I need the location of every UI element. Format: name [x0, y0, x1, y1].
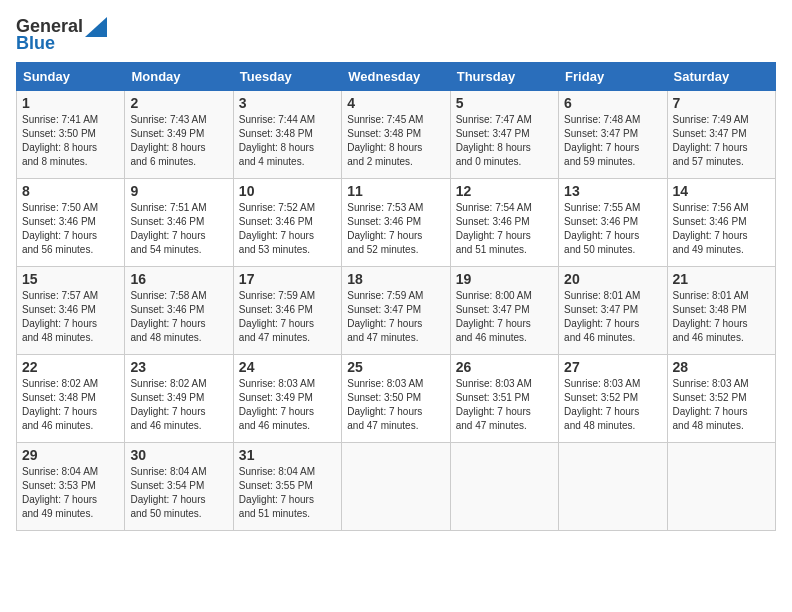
day-number: 16: [130, 271, 227, 287]
day-info: Sunrise: 8:04 AM Sunset: 3:55 PM Dayligh…: [239, 465, 336, 521]
day-number: 28: [673, 359, 770, 375]
day-info: Sunrise: 7:59 AM Sunset: 3:47 PM Dayligh…: [347, 289, 444, 345]
day-number: 2: [130, 95, 227, 111]
day-number: 7: [673, 95, 770, 111]
day-number: 3: [239, 95, 336, 111]
day-number: 29: [22, 447, 119, 463]
day-info: Sunrise: 7:54 AM Sunset: 3:46 PM Dayligh…: [456, 201, 553, 257]
day-info: Sunrise: 8:04 AM Sunset: 3:54 PM Dayligh…: [130, 465, 227, 521]
calendar-cell: 27Sunrise: 8:03 AM Sunset: 3:52 PM Dayli…: [559, 355, 667, 443]
day-header-saturday: Saturday: [667, 63, 775, 91]
calendar-cell: [342, 443, 450, 531]
day-number: 12: [456, 183, 553, 199]
day-info: Sunrise: 7:51 AM Sunset: 3:46 PM Dayligh…: [130, 201, 227, 257]
day-info: Sunrise: 8:01 AM Sunset: 3:47 PM Dayligh…: [564, 289, 661, 345]
day-info: Sunrise: 7:48 AM Sunset: 3:47 PM Dayligh…: [564, 113, 661, 169]
day-info: Sunrise: 7:47 AM Sunset: 3:47 PM Dayligh…: [456, 113, 553, 169]
calendar-cell: 3Sunrise: 7:44 AM Sunset: 3:48 PM Daylig…: [233, 91, 341, 179]
day-number: 20: [564, 271, 661, 287]
day-info: Sunrise: 7:57 AM Sunset: 3:46 PM Dayligh…: [22, 289, 119, 345]
day-info: Sunrise: 7:43 AM Sunset: 3:49 PM Dayligh…: [130, 113, 227, 169]
day-info: Sunrise: 7:53 AM Sunset: 3:46 PM Dayligh…: [347, 201, 444, 257]
calendar-cell: 17Sunrise: 7:59 AM Sunset: 3:46 PM Dayli…: [233, 267, 341, 355]
calendar-cell: 4Sunrise: 7:45 AM Sunset: 3:48 PM Daylig…: [342, 91, 450, 179]
calendar-cell: 1Sunrise: 7:41 AM Sunset: 3:50 PM Daylig…: [17, 91, 125, 179]
day-number: 14: [673, 183, 770, 199]
calendar-cell: 23Sunrise: 8:02 AM Sunset: 3:49 PM Dayli…: [125, 355, 233, 443]
calendar-cell: 19Sunrise: 8:00 AM Sunset: 3:47 PM Dayli…: [450, 267, 558, 355]
calendar-cell: 24Sunrise: 8:03 AM Sunset: 3:49 PM Dayli…: [233, 355, 341, 443]
calendar-cell: 30Sunrise: 8:04 AM Sunset: 3:54 PM Dayli…: [125, 443, 233, 531]
day-header-sunday: Sunday: [17, 63, 125, 91]
day-number: 6: [564, 95, 661, 111]
day-info: Sunrise: 8:04 AM Sunset: 3:53 PM Dayligh…: [22, 465, 119, 521]
logo: General Blue: [16, 16, 107, 54]
calendar-cell: 26Sunrise: 8:03 AM Sunset: 3:51 PM Dayli…: [450, 355, 558, 443]
day-info: Sunrise: 8:03 AM Sunset: 3:51 PM Dayligh…: [456, 377, 553, 433]
calendar-cell: 9Sunrise: 7:51 AM Sunset: 3:46 PM Daylig…: [125, 179, 233, 267]
calendar-cell: 7Sunrise: 7:49 AM Sunset: 3:47 PM Daylig…: [667, 91, 775, 179]
day-number: 19: [456, 271, 553, 287]
day-number: 8: [22, 183, 119, 199]
day-number: 30: [130, 447, 227, 463]
day-number: 21: [673, 271, 770, 287]
day-info: Sunrise: 7:56 AM Sunset: 3:46 PM Dayligh…: [673, 201, 770, 257]
day-number: 1: [22, 95, 119, 111]
day-header-friday: Friday: [559, 63, 667, 91]
calendar-cell: 22Sunrise: 8:02 AM Sunset: 3:48 PM Dayli…: [17, 355, 125, 443]
svg-marker-0: [85, 17, 107, 37]
day-number: 18: [347, 271, 444, 287]
day-info: Sunrise: 8:01 AM Sunset: 3:48 PM Dayligh…: [673, 289, 770, 345]
logo-bird-icon: [85, 17, 107, 37]
day-info: Sunrise: 8:02 AM Sunset: 3:49 PM Dayligh…: [130, 377, 227, 433]
day-number: 4: [347, 95, 444, 111]
day-info: Sunrise: 8:03 AM Sunset: 3:50 PM Dayligh…: [347, 377, 444, 433]
day-header-monday: Monday: [125, 63, 233, 91]
day-number: 31: [239, 447, 336, 463]
week-row-2: 8Sunrise: 7:50 AM Sunset: 3:46 PM Daylig…: [17, 179, 776, 267]
day-header-tuesday: Tuesday: [233, 63, 341, 91]
day-info: Sunrise: 7:58 AM Sunset: 3:46 PM Dayligh…: [130, 289, 227, 345]
calendar-cell: 21Sunrise: 8:01 AM Sunset: 3:48 PM Dayli…: [667, 267, 775, 355]
calendar-cell: 11Sunrise: 7:53 AM Sunset: 3:46 PM Dayli…: [342, 179, 450, 267]
day-info: Sunrise: 7:49 AM Sunset: 3:47 PM Dayligh…: [673, 113, 770, 169]
day-number: 15: [22, 271, 119, 287]
calendar-cell: 20Sunrise: 8:01 AM Sunset: 3:47 PM Dayli…: [559, 267, 667, 355]
day-header-wednesday: Wednesday: [342, 63, 450, 91]
day-number: 13: [564, 183, 661, 199]
week-row-5: 29Sunrise: 8:04 AM Sunset: 3:53 PM Dayli…: [17, 443, 776, 531]
calendar-cell: 16Sunrise: 7:58 AM Sunset: 3:46 PM Dayli…: [125, 267, 233, 355]
calendar-cell: 18Sunrise: 7:59 AM Sunset: 3:47 PM Dayli…: [342, 267, 450, 355]
day-number: 17: [239, 271, 336, 287]
week-row-1: 1Sunrise: 7:41 AM Sunset: 3:50 PM Daylig…: [17, 91, 776, 179]
day-number: 9: [130, 183, 227, 199]
calendar-cell: 25Sunrise: 8:03 AM Sunset: 3:50 PM Dayli…: [342, 355, 450, 443]
calendar-cell: 6Sunrise: 7:48 AM Sunset: 3:47 PM Daylig…: [559, 91, 667, 179]
day-number: 22: [22, 359, 119, 375]
day-number: 11: [347, 183, 444, 199]
day-number: 10: [239, 183, 336, 199]
calendar-cell: 10Sunrise: 7:52 AM Sunset: 3:46 PM Dayli…: [233, 179, 341, 267]
calendar-cell: 31Sunrise: 8:04 AM Sunset: 3:55 PM Dayli…: [233, 443, 341, 531]
day-info: Sunrise: 7:41 AM Sunset: 3:50 PM Dayligh…: [22, 113, 119, 169]
day-info: Sunrise: 8:00 AM Sunset: 3:47 PM Dayligh…: [456, 289, 553, 345]
day-info: Sunrise: 7:50 AM Sunset: 3:46 PM Dayligh…: [22, 201, 119, 257]
day-info: Sunrise: 7:55 AM Sunset: 3:46 PM Dayligh…: [564, 201, 661, 257]
day-info: Sunrise: 8:03 AM Sunset: 3:49 PM Dayligh…: [239, 377, 336, 433]
day-number: 25: [347, 359, 444, 375]
week-row-3: 15Sunrise: 7:57 AM Sunset: 3:46 PM Dayli…: [17, 267, 776, 355]
calendar-cell: [667, 443, 775, 531]
calendar-cell: 8Sunrise: 7:50 AM Sunset: 3:46 PM Daylig…: [17, 179, 125, 267]
calendar-cell: 2Sunrise: 7:43 AM Sunset: 3:49 PM Daylig…: [125, 91, 233, 179]
logo-blue: Blue: [16, 33, 55, 54]
day-number: 27: [564, 359, 661, 375]
day-number: 26: [456, 359, 553, 375]
header: General Blue: [16, 16, 776, 54]
calendar-cell: 5Sunrise: 7:47 AM Sunset: 3:47 PM Daylig…: [450, 91, 558, 179]
day-info: Sunrise: 8:02 AM Sunset: 3:48 PM Dayligh…: [22, 377, 119, 433]
calendar-cell: 29Sunrise: 8:04 AM Sunset: 3:53 PM Dayli…: [17, 443, 125, 531]
calendar-cell: [450, 443, 558, 531]
calendar-header-row: SundayMondayTuesdayWednesdayThursdayFrid…: [17, 63, 776, 91]
week-row-4: 22Sunrise: 8:02 AM Sunset: 3:48 PM Dayli…: [17, 355, 776, 443]
calendar-cell: 28Sunrise: 8:03 AM Sunset: 3:52 PM Dayli…: [667, 355, 775, 443]
